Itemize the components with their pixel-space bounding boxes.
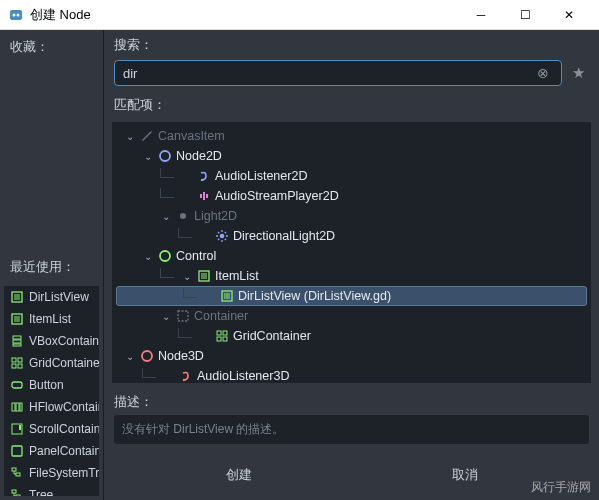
dir-light-icon xyxy=(215,229,229,243)
tree-node[interactable]: ⌄Light2D xyxy=(112,206,591,226)
tree-node-label: ItemList xyxy=(215,269,259,283)
canvasitem-icon xyxy=(140,129,154,143)
tree-node[interactable]: ⌄Container xyxy=(112,306,591,326)
cancel-button[interactable]: 取消 xyxy=(432,460,498,490)
control-icon xyxy=(158,249,172,263)
recent-item-label: GridContainer xyxy=(29,356,99,370)
tree-node[interactable]: ⌄Control xyxy=(112,246,591,266)
search-label: 搜索： xyxy=(114,36,589,54)
app-icon xyxy=(8,7,24,23)
create-button[interactable]: 创建 xyxy=(206,460,272,490)
tree-node[interactable]: AudioStreamPlayer2D xyxy=(112,186,591,206)
recent-item[interactable]: GridContainer xyxy=(4,352,99,374)
tree-node-label: CanvasItem xyxy=(158,129,225,143)
svg-rect-57 xyxy=(223,331,227,335)
main-panel: 搜索： ⊗ ★ 匹配项： ⌄CanvasItem⌄Node2DAudioList… xyxy=(104,30,599,500)
recent-item[interactable]: Button xyxy=(4,374,99,396)
recent-item-label: ItemList xyxy=(29,312,71,326)
recent-item[interactable]: ScrollContainer xyxy=(4,418,99,440)
description-text: 没有针对 DirListView 的描述。 xyxy=(114,415,589,444)
container-icon xyxy=(176,309,190,323)
window-title: 创建 Node xyxy=(30,6,459,24)
clear-search-icon[interactable]: ⊗ xyxy=(533,65,553,81)
itemlist-icon xyxy=(220,289,234,303)
titlebar: 创建 Node ─ ☐ ✕ xyxy=(0,0,599,30)
svg-rect-56 xyxy=(217,331,221,335)
tree-node[interactable]: DirListView (DirListView.gd) xyxy=(116,286,587,306)
recent-item[interactable]: DirListView xyxy=(4,286,99,308)
matches-label: 匹配项： xyxy=(104,90,599,120)
tree-node-label: Container xyxy=(194,309,248,323)
recent-list: DirListViewItemListVBoxContainerGridCont… xyxy=(4,286,99,496)
scroll-icon xyxy=(10,422,24,436)
chevron-down-icon[interactable]: ⌄ xyxy=(160,311,172,322)
svg-point-2 xyxy=(17,13,20,16)
svg-rect-59 xyxy=(223,337,227,341)
tree-node[interactable]: ⌄Node3D xyxy=(112,346,591,366)
svg-point-60 xyxy=(142,351,152,361)
chevron-down-icon[interactable]: ⌄ xyxy=(142,251,154,262)
chevron-down-icon[interactable]: ⌄ xyxy=(181,271,193,282)
chevron-down-icon[interactable]: ⌄ xyxy=(160,211,172,222)
hflow-icon xyxy=(10,400,24,414)
tree-node-label: DirectionalLight2D xyxy=(233,229,335,243)
recent-item-label: ScrollContainer xyxy=(29,422,99,436)
svg-rect-12 xyxy=(13,340,21,343)
recent-item-label: PanelContainer xyxy=(29,444,99,458)
search-input[interactable] xyxy=(123,66,533,81)
maximize-button[interactable]: ☐ xyxy=(503,1,547,29)
recent-item-label: HFlowContainer xyxy=(29,400,99,414)
svg-rect-26 xyxy=(16,473,20,476)
svg-rect-29 xyxy=(12,490,16,493)
recent-item-label: Button xyxy=(29,378,64,392)
tree-node-label: AudioListener2D xyxy=(215,169,307,183)
svg-rect-13 xyxy=(13,344,21,346)
node2d-icon xyxy=(158,149,172,163)
recent-item[interactable]: FileSystemTree xyxy=(4,462,99,484)
tree-node[interactable]: AudioListener2D xyxy=(112,166,591,186)
tree-node[interactable]: ⌄ItemList xyxy=(112,266,591,286)
tree-node-label: DirListView (DirListView.gd) xyxy=(238,289,391,303)
tree-node-label: Node3D xyxy=(158,349,204,363)
tree-node[interactable]: ⌄Node2D xyxy=(112,146,591,166)
recent-item-label: DirListView xyxy=(29,290,89,304)
svg-line-44 xyxy=(218,239,219,240)
tree-node[interactable]: DirectionalLight2D xyxy=(112,226,591,246)
audio-stream-icon xyxy=(197,189,211,203)
svg-point-1 xyxy=(13,13,16,16)
tree-node-label: AudioListener3D xyxy=(197,369,289,383)
favorite-star-icon[interactable]: ★ xyxy=(568,64,589,82)
svg-rect-0 xyxy=(10,10,22,20)
recent-item[interactable]: ItemList xyxy=(4,308,99,330)
chevron-down-icon[interactable]: ⌄ xyxy=(124,131,136,142)
itemlist-icon xyxy=(197,269,211,283)
tree-node-label: Light2D xyxy=(194,209,237,223)
svg-point-34 xyxy=(160,151,170,161)
recent-item[interactable]: Tree xyxy=(4,484,99,496)
svg-rect-18 xyxy=(12,382,22,388)
search-box[interactable]: ⊗ xyxy=(114,60,562,86)
chevron-down-icon[interactable]: ⌄ xyxy=(142,151,154,162)
svg-rect-25 xyxy=(12,468,16,471)
recent-item[interactable]: HFlowContainer xyxy=(4,396,99,418)
tree-node-label: AudioStreamPlayer2D xyxy=(215,189,339,203)
recent-item[interactable]: PanelContainer xyxy=(4,440,99,462)
tree-node[interactable]: ⌄CanvasItem xyxy=(112,126,591,146)
node3d-icon xyxy=(140,349,154,363)
button-icon xyxy=(10,378,24,392)
tree-icon xyxy=(10,488,24,496)
close-button[interactable]: ✕ xyxy=(547,1,591,29)
svg-rect-23 xyxy=(19,425,21,430)
svg-rect-11 xyxy=(13,336,21,339)
svg-point-36 xyxy=(180,213,186,219)
itemlist-icon xyxy=(10,290,24,304)
chevron-down-icon[interactable]: ⌄ xyxy=(124,351,136,362)
vbox-icon xyxy=(10,334,24,348)
tree-node[interactable]: GridContainer xyxy=(112,326,591,346)
minimize-button[interactable]: ─ xyxy=(459,1,503,29)
tree-node[interactable]: AudioListener3D xyxy=(112,366,591,383)
sidebar: 收藏： 最近使用： DirListViewItemListVBoxContain… xyxy=(0,30,104,500)
recent-label: 最近使用： xyxy=(0,250,103,284)
recent-item[interactable]: VBoxContainer xyxy=(4,330,99,352)
svg-rect-58 xyxy=(217,337,221,341)
